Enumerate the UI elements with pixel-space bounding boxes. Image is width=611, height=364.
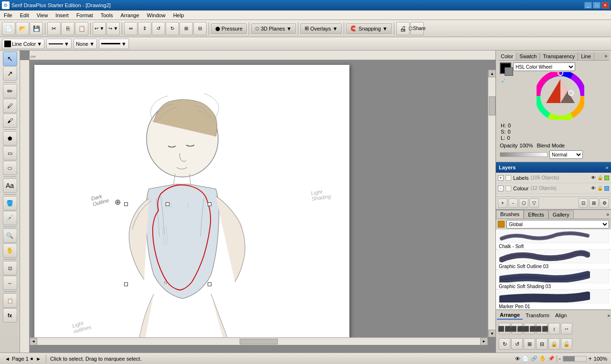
- group-btn[interactable]: ⊞: [524, 338, 535, 350]
- flip-horizontal-btn[interactable]: ↔: [561, 323, 572, 334]
- ungroup-button[interactable]: ⊟: [193, 22, 207, 35]
- handle-tl[interactable]: [124, 202, 128, 206]
- labels-eye[interactable]: 👁: [590, 175, 597, 181]
- pressure-button[interactable]: ⬤ Pressure: [211, 23, 247, 34]
- zoom-slider[interactable]: [563, 356, 587, 362]
- close-button[interactable]: ✕: [601, 2, 609, 9]
- menu-window[interactable]: Window: [143, 11, 169, 19]
- export-icon[interactable]: 📄: [522, 355, 529, 362]
- h-scroll-thumb[interactable]: [240, 339, 278, 344]
- planes-button[interactable]: ⬡ 3D Planes ▼: [251, 23, 296, 34]
- delete-layer-btn[interactable]: -: [508, 198, 518, 208]
- menu-tools[interactable]: Tools: [97, 11, 117, 19]
- save-button[interactable]: 💾: [30, 22, 43, 35]
- ungroup-btn[interactable]: ⊟: [536, 338, 548, 350]
- line-style-dropdown[interactable]: ▼: [46, 39, 72, 49]
- colour-expand[interactable]: -: [498, 186, 504, 191]
- menu-edit[interactable]: Edit: [16, 11, 33, 19]
- colour-group-header[interactable]: - Colour (12 Objects) 👁 🔒: [496, 183, 611, 194]
- eyedropper-icon[interactable]: 💉: [500, 79, 506, 84]
- tab-brushes[interactable]: Brushes: [496, 210, 524, 218]
- menu-file[interactable]: File: [0, 11, 16, 19]
- opacity-slider[interactable]: [500, 152, 548, 157]
- layers-expand-btn[interactable]: »: [605, 165, 608, 170]
- tab-transparency[interactable]: Transparency: [540, 52, 578, 60]
- colour-eye[interactable]: 👁: [590, 185, 597, 192]
- tab-line[interactable]: Line: [578, 52, 594, 60]
- page-prev-btn[interactable]: ◄: [4, 356, 11, 362]
- redo-button[interactable]: ↪ ▼: [106, 22, 120, 35]
- brush-category-select[interactable]: Global: [506, 220, 609, 229]
- print-button[interactable]: 🖨: [396, 22, 410, 35]
- undo-button[interactable]: ↩ ▼: [93, 22, 106, 35]
- color-panel-expand[interactable]: »: [602, 52, 609, 60]
- crop-tool[interactable]: ⊡: [3, 261, 17, 275]
- handle-tr[interactable]: [208, 202, 211, 206]
- move-up-btn[interactable]: ▽: [529, 198, 539, 208]
- brush-tool[interactable]: 🖌: [3, 114, 17, 128]
- labels-group-header[interactable]: + Labels (106 Objects) 👁 🔒: [496, 173, 611, 183]
- rotate-90cw-btn[interactable]: ↻: [499, 338, 510, 350]
- link-icon[interactable]: 🔗: [531, 355, 537, 362]
- pan-tool[interactable]: ✋: [3, 243, 17, 258]
- layer-view-btn2[interactable]: ⊞: [589, 198, 599, 208]
- labels-expand[interactable]: +: [498, 175, 504, 181]
- pen-tool[interactable]: 🖊: [3, 99, 17, 113]
- handle-tm[interactable]: [166, 202, 169, 206]
- menu-help[interactable]: Help: [169, 11, 188, 19]
- rotate-r-button[interactable]: ↻: [166, 22, 179, 35]
- flip-v-button[interactable]: ⇕: [138, 22, 151, 35]
- layer-view-btn1[interactable]: ⊡: [579, 198, 588, 208]
- zoom-out-btn[interactable]: -: [559, 355, 561, 362]
- vertical-scrollbar[interactable]: ▲ ▼: [488, 70, 495, 337]
- scroll-up[interactable]: ▲: [488, 70, 495, 77]
- scroll-left[interactable]: ◄: [30, 338, 37, 345]
- brush-graphic-outline[interactable]: Graphic Soft Outline 03: [496, 250, 611, 270]
- horizontal-scrollbar[interactable]: ◄ ►: [30, 337, 488, 345]
- group-button[interactable]: ⊞: [179, 22, 193, 35]
- paste-button[interactable]: 📋: [75, 22, 88, 35]
- menu-arrange[interactable]: Arrange: [116, 11, 143, 19]
- tab-arrange[interactable]: Arrange: [497, 311, 523, 320]
- colour-lock[interactable]: 🔒: [597, 185, 603, 192]
- layer-settings-btn[interactable]: ⚙: [600, 198, 609, 208]
- scroll-down[interactable]: ▼: [488, 330, 495, 337]
- color-wheel-svg[interactable]: [537, 72, 584, 120]
- zoom-tool[interactable]: 🔍: [3, 229, 17, 243]
- pin-icon[interactable]: 📌: [548, 355, 555, 362]
- tab-color[interactable]: Color: [498, 52, 516, 60]
- center-handle[interactable]: [164, 281, 167, 284]
- zoom-in-btn[interactable]: +: [589, 355, 592, 362]
- eyedropper-tool[interactable]: 💉: [3, 211, 17, 225]
- line-width-dropdown[interactable]: ▼: [99, 39, 129, 49]
- new-button[interactable]: 📄: [2, 22, 15, 35]
- minimize-button[interactable]: _: [584, 2, 592, 9]
- bring-forward-btn[interactable]: ⬛⬛: [511, 323, 523, 334]
- page-next-btn[interactable]: ►: [35, 356, 42, 362]
- ellipse-tool[interactable]: ⬭: [3, 161, 17, 175]
- stroke-color-swatch[interactable]: [505, 67, 513, 76]
- line-color-dropdown[interactable]: Line Color ▼: [2, 39, 44, 49]
- scroll-right[interactable]: ►: [480, 338, 488, 345]
- send-backward-btn[interactable]: ⬛⬛: [524, 323, 535, 334]
- copy-button[interactable]: ⎘: [61, 22, 74, 35]
- visibility-icon[interactable]: 👁: [515, 356, 520, 362]
- flip-vertical-btn[interactable]: ↕: [548, 323, 560, 334]
- text-tool[interactable]: Aa: [3, 178, 17, 193]
- brush-marker-pen[interactable]: Marker Pen 01: [496, 290, 611, 310]
- fill-color-swatch[interactable]: [500, 62, 511, 74]
- maximize-button[interactable]: □: [593, 2, 600, 9]
- rotate-l-button[interactable]: ↺: [152, 22, 165, 35]
- blend-mode-select[interactable]: Normal: [549, 150, 583, 159]
- unlock-btn[interactable]: 🔓: [561, 338, 572, 350]
- scroll-thumb[interactable]: [489, 96, 495, 115]
- brush-chalk-soft[interactable]: Chalk - Soft: [496, 229, 611, 250]
- menu-insert[interactable]: Insert: [52, 11, 73, 19]
- canvas[interactable]: DarkOutline LightShading Lightoutlines: [30, 60, 495, 345]
- labels-lock[interactable]: 🔒: [597, 175, 603, 181]
- send-back-btn[interactable]: ⬛⬛: [536, 323, 548, 334]
- tab-effects[interactable]: Effects: [524, 210, 548, 218]
- bring-front-btn[interactable]: ⬛⬛: [499, 323, 510, 334]
- color-model-select[interactable]: HSL Color Wheel: [513, 62, 575, 71]
- fx-tool[interactable]: fx: [3, 308, 17, 322]
